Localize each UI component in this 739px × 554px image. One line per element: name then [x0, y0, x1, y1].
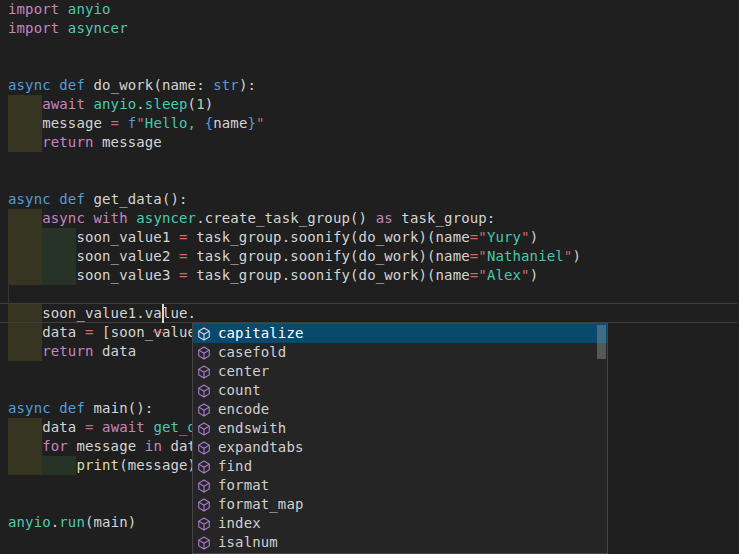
code-token	[205, 77, 214, 93]
symbol-method-icon	[196, 421, 212, 437]
code-token: as	[376, 210, 393, 226]
completion-item-isalnum[interactable]: isalnum	[193, 533, 607, 552]
code-token	[8, 210, 42, 226]
completion-item-find[interactable]: find	[193, 457, 607, 476]
completion-item-index[interactable]: index	[193, 514, 607, 533]
code-token: get_d	[153, 419, 196, 435]
code-token: do_work	[94, 77, 154, 93]
code-token: name	[436, 229, 470, 245]
completion-item-format_map[interactable]: format_map	[193, 495, 607, 514]
code-token: ()	[350, 210, 367, 226]
code-token: message	[102, 134, 162, 150]
code-token: (	[85, 514, 94, 530]
code-token	[8, 343, 42, 359]
code-token: =	[111, 115, 120, 131]
code-token: asyncer	[136, 210, 196, 226]
completion-item-label: format_map	[218, 495, 304, 514]
code-editor[interactable]: import anyioimport asyncerasync def do_w…	[0, 0, 739, 554]
code-token: =	[85, 324, 94, 340]
code-token	[85, 96, 94, 112]
code-token	[170, 267, 179, 283]
code-token: [	[102, 324, 111, 340]
code-token: data	[42, 419, 76, 435]
completion-item-capitalize[interactable]: capitalize	[193, 324, 607, 343]
code-line: soon_value2 = task_group.soonify(do_work…	[8, 247, 581, 266]
code-token: async	[8, 191, 51, 207]
code-token: (	[188, 96, 197, 112]
code-token: =	[179, 267, 188, 283]
completion-item-encode[interactable]: encode	[193, 400, 607, 419]
code-token	[8, 229, 76, 245]
code-line: return data	[8, 342, 136, 361]
code-token: async	[8, 400, 51, 416]
code-token: .	[282, 267, 291, 283]
code-token: do_work	[359, 267, 419, 283]
code-token: (	[350, 229, 359, 245]
completion-item-count[interactable]: count	[193, 381, 607, 400]
code-token: ):	[239, 77, 256, 93]
code-token: print	[76, 457, 119, 473]
completion-list: capitalizecasefoldcentercountencodeendsw…	[193, 324, 607, 552]
code-token: "	[521, 267, 530, 283]
code-token: soon_value1	[42, 305, 136, 321]
code-token	[8, 267, 76, 283]
completion-item-casefold[interactable]: casefold	[193, 343, 607, 362]
code-token: .	[188, 305, 197, 321]
code-token: anyio	[94, 96, 137, 112]
code-token	[8, 438, 42, 454]
completion-item-endswith[interactable]: endswith	[193, 419, 607, 438]
code-token: value	[145, 305, 188, 321]
completion-scrollbar[interactable]	[597, 324, 607, 553]
code-token: main	[94, 514, 128, 530]
scrollbar-thumb[interactable]	[597, 325, 606, 359]
code-token: (	[119, 457, 128, 473]
code-token: name	[436, 248, 470, 264]
code-token: .	[196, 210, 205, 226]
code-token: ():	[162, 191, 188, 207]
code-token: (	[153, 77, 162, 93]
code-token: .	[282, 248, 291, 264]
code-token	[162, 438, 171, 454]
completion-item-center[interactable]: center	[193, 362, 607, 381]
code-token	[59, 1, 68, 17]
code-token	[128, 210, 137, 226]
symbol-method-icon	[196, 516, 212, 532]
code-token: await	[42, 96, 85, 112]
code-token: soonify	[290, 229, 350, 245]
code-token: (	[350, 248, 359, 264]
code-line: async def get_data():	[8, 190, 188, 209]
completion-item-label: count	[218, 381, 261, 400]
code-token	[85, 400, 94, 416]
code-token	[8, 248, 76, 264]
code-token: anyio	[68, 1, 111, 17]
code-token: message	[128, 457, 188, 473]
code-token: message	[76, 438, 136, 454]
code-line: async with asyncer.create_task_group() a…	[8, 209, 495, 228]
code-token: f	[128, 115, 137, 131]
code-token: "	[478, 267, 487, 283]
completion-item-label: isalnum	[218, 533, 278, 552]
symbol-method-icon	[196, 326, 212, 342]
completion-item-label: center	[218, 362, 269, 381]
code-token	[76, 419, 85, 435]
code-token	[8, 115, 42, 131]
completion-item-format[interactable]: format	[193, 476, 607, 495]
code-token: with	[94, 210, 128, 226]
code-token	[188, 229, 197, 245]
code-token: =	[179, 248, 188, 264]
code-token: )	[205, 96, 214, 112]
code-token: message	[42, 115, 102, 131]
code-token	[119, 115, 128, 131]
code-token: create_task_group	[205, 210, 350, 226]
code-line: async def main():	[8, 399, 153, 418]
code-token: async	[42, 210, 85, 226]
code-token: "	[136, 115, 145, 131]
completion-item-expandtabs[interactable]: expandtabs	[193, 438, 607, 457]
code-token	[85, 210, 94, 226]
code-token: str	[213, 77, 239, 93]
code-line: message = f"Hello, {name}"	[8, 114, 265, 133]
code-token: async	[8, 77, 51, 93]
code-token: (	[350, 267, 359, 283]
completion-popup: capitalizecasefoldcentercountencodeendsw…	[192, 323, 608, 554]
code-token: Yury	[487, 229, 521, 245]
